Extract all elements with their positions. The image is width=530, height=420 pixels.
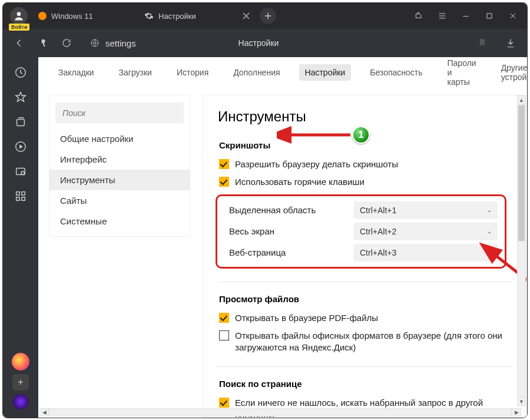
tab-settings-nav[interactable]: Настройки [299, 64, 352, 81]
extensions-icon[interactable] [407, 4, 430, 28]
svg-rect-1 [487, 14, 492, 18]
hotkey-select[interactable]: Ctrl+Alt+3⌄ [354, 244, 498, 262]
window-close-icon[interactable] [501, 4, 525, 28]
svg-point-0 [17, 12, 21, 16]
address-text: settings [105, 38, 136, 48]
chevron-down-icon: ⌄ [487, 207, 492, 213]
bookmark-icon[interactable] [478, 38, 487, 49]
play-icon[interactable] [14, 140, 28, 154]
tab-history[interactable]: История [171, 64, 214, 81]
tab-addons[interactable]: Дополнения [227, 64, 286, 81]
add-panel-button[interactable]: + [12, 374, 29, 391]
site-info-icon[interactable] [90, 38, 100, 48]
tab-downloads[interactable]: Загрузки [113, 64, 158, 81]
sidebar-item-interface[interactable]: Интерфейс [49, 149, 190, 170]
checkbox-open-pdf[interactable] [219, 313, 229, 323]
chevron-down-icon: ⌄ [487, 249, 492, 256]
tab-favicon-icon [38, 12, 47, 20]
tab-bookmarks[interactable]: Закладки [52, 64, 100, 81]
reload-button[interactable] [58, 35, 75, 51]
hotkey-select[interactable]: Ctrl+Alt+1⌄ [354, 201, 498, 219]
search-input[interactable] [55, 102, 184, 124]
services-icon[interactable] [12, 353, 29, 371]
tab-title: Windows 11 [51, 12, 132, 21]
checkbox-label: Открывать файлы офисных форматов в брауз… [235, 330, 526, 354]
section-pagesearch-title: Поиск по странице [219, 379, 526, 389]
horizontal-scrollbar[interactable]: ◀ ▶ [39, 408, 521, 416]
section-screenshots-title: Скриншоты [219, 140, 526, 150]
settings-sidebar: Общие настройки Интерфейс Инструменты Са… [49, 95, 190, 237]
sidebar-item-general[interactable]: Общие настройки [49, 128, 190, 149]
hotkey-label: Выделенная область [221, 205, 354, 215]
gear-icon [144, 11, 154, 21]
page-content: Закладки Загрузки История Дополнения Нас… [38, 57, 527, 418]
tab-windows11[interactable]: Windows 11 [32, 6, 138, 26]
downloads-icon[interactable] [502, 35, 519, 51]
tab-passwords[interactable]: Пароли и карты [442, 57, 482, 90]
svg-rect-9 [22, 192, 25, 196]
hotkey-row: Выделенная область Ctrl+Alt+1⌄ [221, 200, 501, 221]
screenshot-icon[interactable] [14, 164, 28, 178]
left-sidebar: + [3, 57, 38, 418]
panel-heading: Инструменты [218, 108, 526, 125]
star-icon[interactable] [14, 90, 28, 104]
svg-point-7 [21, 171, 24, 175]
checkbox-open-office[interactable] [219, 330, 229, 340]
sidebar-item-system[interactable]: Системные [49, 211, 190, 232]
checkbox-search-layout[interactable] [219, 398, 229, 408]
close-icon[interactable] [242, 12, 250, 20]
settings-panel: Инструменты Скриншоты Разрешить браузеру… [202, 95, 527, 418]
tab-security[interactable]: Безопасность [364, 64, 428, 81]
divider [218, 366, 512, 367]
checkbox-allow-screenshots[interactable] [219, 159, 229, 169]
hotkeys-highlighted-box: Выделенная область Ctrl+Alt+1⌄ Весь экра… [216, 194, 506, 269]
hotkey-select[interactable]: Ctrl+Alt+2⌄ [354, 223, 498, 240]
tab-devices[interactable]: Другие устройства [495, 59, 527, 85]
minimize-icon[interactable] [454, 4, 478, 28]
chevron-down-icon: ⌄ [487, 228, 492, 234]
checkbox-label: Разрешить браузеру делать скриншоты [235, 158, 398, 170]
checkbox-use-hotkeys[interactable] [219, 177, 229, 187]
sidebar-item-sites[interactable]: Сайты [49, 190, 190, 211]
svg-rect-11 [22, 197, 25, 201]
divider [218, 282, 512, 282]
hotkey-row: Весь экран Ctrl+Alt+2⌄ [221, 221, 501, 242]
sidebar-item-tools[interactable]: Инструменты [49, 170, 190, 190]
svg-rect-8 [16, 192, 20, 196]
tab-title: Настройки [158, 12, 237, 21]
alice-icon[interactable] [13, 394, 28, 409]
maximize-icon[interactable] [478, 4, 501, 28]
hotkey-row: Веб-страница Ctrl+Alt+3⌄ [221, 242, 501, 263]
body: + Закладки Загрузки История Дополнения Н… [3, 57, 527, 418]
checkbox-label: Открывать в браузере PDF-файлы [235, 312, 378, 324]
profile-avatar[interactable]: Войти [10, 7, 28, 25]
checkbox-label: Использовать горячие клавиши [235, 176, 365, 188]
svg-rect-10 [16, 197, 20, 201]
svg-rect-4 [17, 119, 25, 125]
address-title: Настройки [238, 38, 279, 48]
address-bar[interactable]: settings Настройки [82, 33, 495, 53]
browser-window: Войти Windows 11 Настройки [2, 2, 528, 418]
collections-icon[interactable] [14, 115, 28, 129]
hotkey-label: Весь экран [221, 226, 354, 236]
tab-settings[interactable]: Настройки [138, 6, 256, 26]
history-icon[interactable] [14, 65, 28, 80]
new-tab-button[interactable] [260, 8, 276, 24]
login-badge[interactable]: Войти [9, 24, 29, 31]
hotkey-label: Веб-страница [221, 247, 354, 257]
section-fileview-title: Просмотр файлов [219, 294, 526, 304]
yandex-button[interactable] [35, 35, 51, 51]
toolbar: settings Настройки [3, 29, 527, 57]
apps-icon[interactable] [14, 189, 28, 203]
titlebar: Войти Windows 11 Настройки [3, 3, 527, 29]
back-button[interactable] [11, 35, 28, 51]
menu-icon[interactable] [430, 4, 454, 28]
vertical-scrollbar[interactable]: ▲ ▼ [517, 95, 526, 406]
settings-tabs: Закладки Загрузки История Дополнения Нас… [38, 57, 527, 88]
